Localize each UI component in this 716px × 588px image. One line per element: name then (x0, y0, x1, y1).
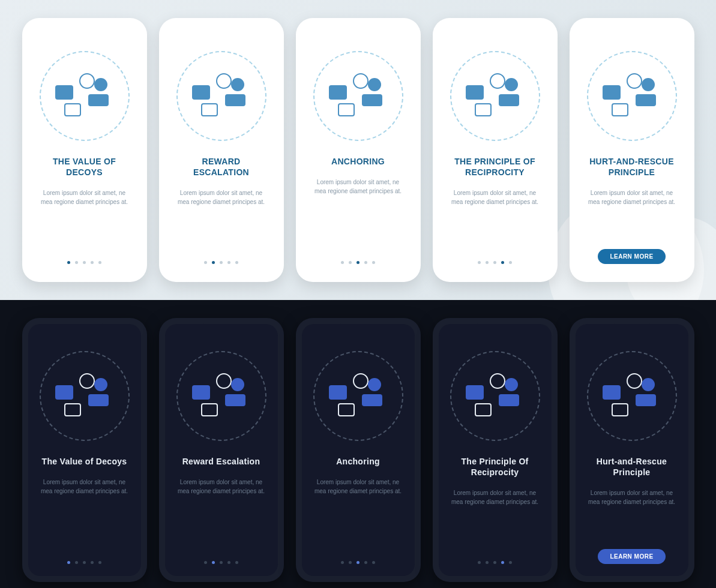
pagination-dot[interactable] (212, 561, 215, 564)
pagination-dot[interactable] (509, 561, 512, 564)
pagination-dot[interactable] (98, 261, 101, 264)
reward-escalation-icon (176, 51, 266, 141)
pagination-dot[interactable] (67, 261, 70, 264)
pagination-dot[interactable] (349, 261, 352, 264)
pagination-dot[interactable] (486, 261, 489, 264)
pagination-dot[interactable] (356, 261, 360, 264)
screen-description: Lorem ipsum dolor sit amet, ne mea regio… (448, 188, 543, 206)
onboarding-screen: THE VALUE OF DECOYS Lorem ipsum dolor si… (28, 24, 141, 276)
screen-description: Lorem ipsum dolor sit amet, ne mea regio… (174, 188, 269, 206)
reward-escalation-icon (176, 351, 266, 441)
screen-description: Lorem ipsum dolor sit amet, ne mea regio… (311, 478, 406, 496)
onboarding-screen: The Value of Decoys Lorem ipsum dolor si… (28, 324, 141, 576)
learn-more-button[interactable]: LEARN MORE (598, 549, 665, 564)
screen-title: Hurt-and-Rescue Principle (585, 456, 679, 478)
pagination-dot[interactable] (341, 261, 344, 264)
light-section: THE VALUE OF DECOYS Lorem ipsum dolor si… (0, 0, 716, 300)
screen-title: Anchoring (336, 456, 380, 467)
pagination-dot[interactable] (501, 261, 504, 264)
reciprocity-icon (450, 351, 540, 441)
anchoring-icon (313, 51, 403, 141)
pagination-dot[interactable] (220, 261, 223, 264)
pagination-dot[interactable] (75, 261, 78, 264)
learn-more-button[interactable]: LEARN MORE (598, 249, 665, 264)
pagination-dot[interactable] (227, 261, 230, 264)
pagination-dot[interactable] (509, 261, 512, 264)
pagination-dot[interactable] (341, 561, 344, 564)
phone-mockup: HURT-AND-RESCUE PRINCIPLE Lorem ipsum do… (570, 18, 694, 282)
phone-mockup: THE VALUE OF DECOYS Lorem ipsum dolor si… (22, 18, 147, 282)
screen-title: REWARD ESCALATION (174, 156, 269, 178)
screen-title: THE PRINCIPLE OF RECIPROCITY (448, 156, 543, 178)
pagination-dots (204, 261, 238, 264)
pagination-dot[interactable] (349, 561, 352, 564)
pagination-dot[interactable] (364, 561, 367, 564)
pagination-dots (67, 561, 101, 564)
pagination-dot[interactable] (372, 261, 375, 264)
pagination-dot[interactable] (364, 261, 367, 264)
phone-mockup: THE PRINCIPLE OF RECIPROCITY Lorem ipsum… (433, 18, 558, 282)
pagination-dot[interactable] (204, 561, 207, 564)
onboarding-screen: The Principle Of Reciprocity Lorem ipsum… (439, 324, 552, 576)
pagination-dot[interactable] (75, 561, 78, 564)
phone-mockup: Hurt-and-Rescue Principle Lorem ipsum do… (570, 318, 694, 582)
screen-title: ANCHORING (331, 156, 385, 167)
phone-mockup: ANCHORING Lorem ipsum dolor sit amet, ne… (296, 18, 421, 282)
pagination-dots (67, 261, 101, 264)
screen-title: Reward Escalation (182, 456, 260, 467)
pagination-dot[interactable] (478, 561, 481, 564)
pagination-dot[interactable] (356, 561, 360, 564)
pagination-dots (478, 261, 512, 264)
hurt-rescue-icon (587, 51, 677, 141)
pagination-dot[interactable] (235, 561, 238, 564)
pagination-dots (204, 561, 238, 564)
pagination-dot[interactable] (227, 561, 230, 564)
pagination-dot[interactable] (83, 261, 86, 264)
screen-title: THE VALUE OF DECOYS (37, 156, 132, 178)
pagination-dot[interactable] (212, 261, 215, 264)
hurt-rescue-icon (587, 351, 677, 441)
phone-mockup: The Value of Decoys Lorem ipsum dolor si… (22, 318, 147, 582)
onboarding-screen: REWARD ESCALATION Lorem ipsum dolor sit … (165, 24, 278, 276)
screen-description: Lorem ipsum dolor sit amet, ne mea regio… (585, 488, 679, 506)
pagination-dot[interactable] (372, 561, 375, 564)
value-decoys-icon (40, 51, 130, 141)
pagination-dot[interactable] (493, 561, 496, 564)
screen-title: HURT-AND-RESCUE PRINCIPLE (585, 156, 679, 178)
pagination-dot[interactable] (220, 561, 223, 564)
onboarding-screen: THE PRINCIPLE OF RECIPROCITY Lorem ipsum… (439, 24, 552, 276)
pagination-dot[interactable] (67, 561, 70, 564)
pagination-dot[interactable] (98, 561, 101, 564)
pagination-dot[interactable] (91, 261, 94, 264)
onboarding-screen: Reward Escalation Lorem ipsum dolor sit … (165, 324, 278, 576)
onboarding-screen: Anchoring Lorem ipsum dolor sit amet, ne… (302, 324, 415, 576)
pagination-dot[interactable] (478, 261, 481, 264)
screen-description: Lorem ipsum dolor sit amet, ne mea regio… (311, 178, 406, 196)
phone-mockup: The Principle Of Reciprocity Lorem ipsum… (433, 318, 558, 582)
phone-mockup: Reward Escalation Lorem ipsum dolor sit … (159, 318, 284, 582)
pagination-dots (341, 561, 375, 564)
onboarding-screen: Hurt-and-Rescue Principle Lorem ipsum do… (576, 324, 688, 576)
value-decoys-icon (40, 351, 130, 441)
screen-title: The Value of Decoys (42, 456, 127, 467)
screen-description: Lorem ipsum dolor sit amet, ne mea regio… (37, 478, 132, 496)
dark-section: The Value of Decoys Lorem ipsum dolor si… (0, 300, 716, 588)
screen-title: The Principle Of Reciprocity (448, 456, 543, 478)
pagination-dot[interactable] (83, 561, 86, 564)
pagination-dot[interactable] (204, 261, 207, 264)
reciprocity-icon (450, 51, 540, 141)
pagination-dot[interactable] (91, 561, 94, 564)
screen-description: Lorem ipsum dolor sit amet, ne mea regio… (448, 488, 543, 506)
pagination-dots (341, 261, 375, 264)
pagination-dot[interactable] (493, 261, 496, 264)
pagination-dot[interactable] (486, 561, 489, 564)
pagination-dot[interactable] (501, 561, 504, 564)
anchoring-icon (313, 351, 403, 441)
pagination-dots (478, 561, 512, 564)
phone-mockup: REWARD ESCALATION Lorem ipsum dolor sit … (159, 18, 284, 282)
pagination-dot[interactable] (235, 261, 238, 264)
screen-description: Lorem ipsum dolor sit amet, ne mea regio… (174, 478, 269, 496)
screen-description: Lorem ipsum dolor sit amet, ne mea regio… (37, 188, 132, 206)
onboarding-screen: HURT-AND-RESCUE PRINCIPLE Lorem ipsum do… (576, 24, 688, 276)
phone-mockup: Anchoring Lorem ipsum dolor sit amet, ne… (296, 318, 421, 582)
